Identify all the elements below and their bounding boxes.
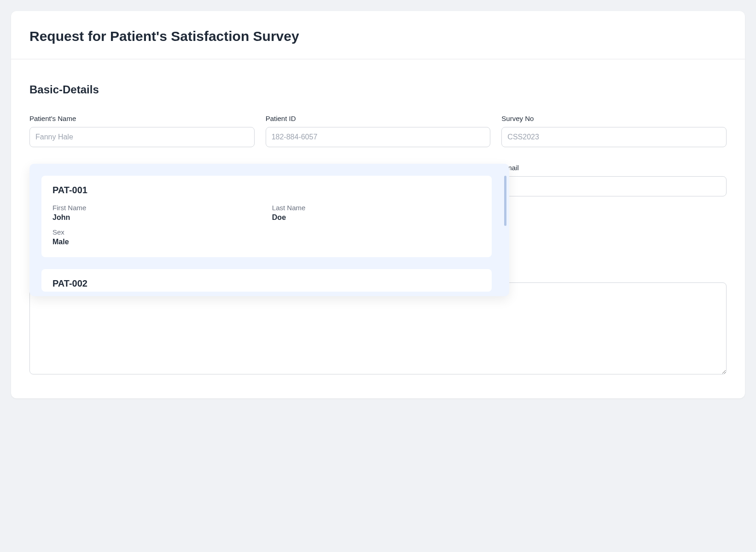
- input-survey-no[interactable]: [501, 127, 727, 147]
- page-title: Request for Patient's Satisfaction Surve…: [29, 29, 727, 44]
- row-1: Patient's Name Patient ID Survey No: [29, 115, 727, 147]
- label-survey-no: Survey No: [501, 115, 727, 122]
- input-patient-name[interactable]: [29, 127, 255, 147]
- autocomplete-dropdown[interactable]: PAT-001 First Name John Last Name Doe Se…: [29, 164, 509, 296]
- autocomplete-field-value: Doe: [272, 213, 481, 222]
- autocomplete-item-id: PAT-002: [52, 278, 481, 289]
- autocomplete-field-label: Last Name: [272, 204, 481, 212]
- autocomplete-field: Last Name Doe: [272, 204, 481, 222]
- input-patient-id[interactable]: [266, 127, 491, 147]
- field-patient-name: Patient's Name: [29, 115, 255, 147]
- autocomplete-item[interactable]: PAT-002: [41, 269, 492, 292]
- autocomplete-scrollbar-thumb[interactable]: [504, 176, 506, 226]
- field-patient-id: Patient ID: [266, 115, 491, 147]
- autocomplete-anchor: PAT-001 First Name John Last Name Doe Se…: [29, 164, 509, 296]
- autocomplete-field-value: Male: [52, 238, 261, 246]
- autocomplete-field: Sex Male: [52, 228, 261, 246]
- autocomplete-scrollbar[interactable]: [504, 176, 506, 284]
- form-card: Request for Patient's Satisfaction Surve…: [11, 11, 745, 398]
- form-header: Request for Patient's Satisfaction Surve…: [11, 11, 745, 59]
- label-patient-name: Patient's Name: [29, 115, 255, 122]
- form-body: Basic-Details Patient's Name Patient ID …: [11, 59, 745, 398]
- field-survey-no: Survey No: [501, 115, 727, 147]
- autocomplete-field-label: Sex: [52, 228, 261, 236]
- autocomplete-field-label: First Name: [52, 204, 261, 212]
- input-email[interactable]: [501, 176, 727, 196]
- autocomplete-field: First Name John: [52, 204, 261, 222]
- autocomplete-item[interactable]: PAT-001 First Name John Last Name Doe Se…: [41, 176, 492, 257]
- field-email: Email: [501, 164, 727, 196]
- label-patient-id: Patient ID: [266, 115, 491, 122]
- textarea-suggestions[interactable]: [29, 282, 727, 374]
- autocomplete-item-details: First Name John Last Name Doe Sex Male: [52, 204, 481, 246]
- autocomplete-field-value: John: [52, 213, 261, 222]
- autocomplete-item-id: PAT-001: [52, 185, 481, 196]
- section-title: Basic-Details: [29, 83, 727, 96]
- label-email: Email: [501, 164, 727, 172]
